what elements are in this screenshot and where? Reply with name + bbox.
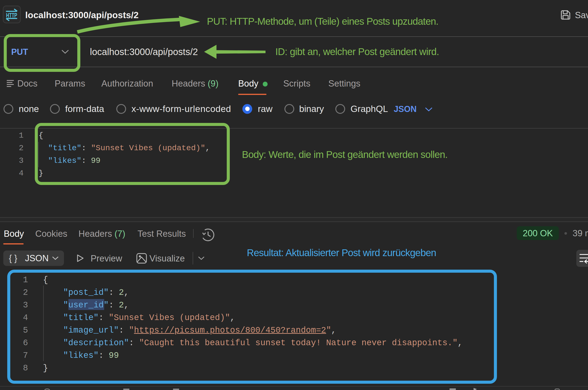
svg-text:HTTP: HTTP xyxy=(6,12,17,19)
